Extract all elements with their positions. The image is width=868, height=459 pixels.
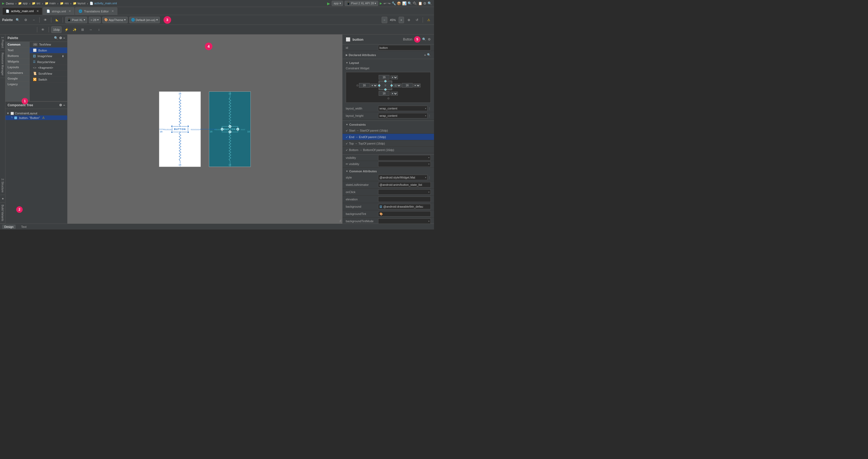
category-common[interactable]: Common — [5, 42, 29, 47]
api-btn[interactable]: ≈ 28 ▾ — [89, 17, 101, 23]
category-layouts[interactable]: Layouts — [5, 64, 29, 70]
tab-strings[interactable]: 📄 strings.xml ✕ — [43, 7, 75, 15]
api-dropdown[interactable]: 📱 Pixel 2 XL API 28 ▾ — [345, 1, 378, 6]
tab-translations[interactable]: 🌐 Translations Editor ✕ — [75, 7, 117, 15]
handle-mr-dark[interactable] — [237, 128, 239, 131]
breadcrumb-main[interactable]: 📁 main — [45, 2, 56, 5]
tab-structure[interactable]: 2: Structure — [0, 176, 5, 195]
layout-header[interactable]: ▼ Layout — [342, 60, 434, 66]
search-attr-icon[interactable]: 🔍 — [427, 53, 431, 57]
attr-settings-icon[interactable]: ⚙ — [428, 37, 431, 41]
force-layout-icon[interactable]: 📐 — [54, 17, 60, 23]
category-text[interactable]: Text — [5, 47, 29, 53]
tab-build-variants[interactable]: Build Variants — [0, 202, 5, 224]
zoom-out-btn[interactable]: − — [382, 17, 387, 23]
tab-project[interactable]: 1: Project — [0, 35, 5, 51]
tab-activity-main[interactable]: 📄 activity_main.xml ✕ — [2, 7, 42, 15]
palette-button[interactable]: ⬜ Button — [30, 47, 67, 54]
handle-left[interactable] — [378, 85, 380, 87]
category-containers[interactable]: Containers — [5, 70, 29, 76]
handle-top[interactable] — [384, 80, 386, 82]
zoom-fit-icon[interactable]: ⊕ — [406, 17, 412, 23]
layout-height-value[interactable]: wrap_content ▾ — [378, 113, 428, 119]
theme-btn[interactable]: 🎨 AppTheme ▾ — [102, 17, 128, 23]
handle-br[interactable] — [187, 131, 189, 133]
view-toggle[interactable]: 👁 — [42, 17, 49, 23]
margin-left-select[interactable]: ▾ — [370, 84, 378, 87]
constraints-header[interactable]: ▼ Constraints — [342, 122, 434, 127]
device-btn[interactable]: 📱 Pixel XL ▾ — [65, 17, 87, 23]
refresh-icon[interactable]: ↺ — [414, 17, 420, 23]
grid-icon[interactable]: ⊞ — [79, 26, 86, 33]
tree-minus-icon[interactable]: − — [63, 103, 65, 107]
tree-settings-icon[interactable]: ⚙ — [59, 103, 62, 107]
margin-right-select[interactable]: ⟨⟨ — [393, 84, 401, 87]
tab-close-activity[interactable]: ✕ — [36, 9, 39, 13]
visibility2-value[interactable]: ▾ — [378, 162, 431, 167]
handle-bc-dark[interactable] — [228, 131, 231, 133]
locale-btn[interactable]: 🌐 Default (en-us) ▾ — [129, 17, 160, 23]
common-attrs-header[interactable]: ▼ Common Attributes — [342, 169, 434, 174]
layout-height-more[interactable]: ⋮ — [428, 114, 431, 117]
palette-fragment[interactable]: <> <fragment> — [30, 65, 67, 71]
handle-right[interactable] — [391, 85, 393, 87]
margin-right-select2[interactable]: ▾ — [413, 84, 421, 87]
warning-icon[interactable]: ⚠ — [425, 17, 432, 23]
backgroundtintmode-value[interactable]: ▾ — [378, 219, 431, 224]
handle-ml-dark[interactable] — [221, 128, 223, 131]
add-attr-icon[interactable]: + — [424, 54, 426, 57]
style-more[interactable]: ⋮ — [428, 176, 431, 179]
margin-top-input[interactable] — [379, 75, 390, 79]
declared-attrs-header[interactable]: ▶ Declared Attributes + 🔍 — [342, 52, 434, 58]
attr-search-icon[interactable]: 🔍 — [422, 37, 426, 41]
elevation-value[interactable] — [378, 197, 431, 202]
breadcrumb-layout[interactable]: 📁 layout — [73, 2, 85, 5]
palette-textview[interactable]: Ab TextView — [30, 42, 67, 47]
palette-switch[interactable]: 🔀 Switch — [30, 76, 67, 83]
palette-gear-icon[interactable]: ⚙ — [59, 36, 62, 40]
palette-recyclerview[interactable]: ☰ RecyclerView — [30, 59, 67, 65]
tab-close-strings[interactable]: ✕ — [68, 9, 71, 13]
breadcrumb-app[interactable]: 📁 app — [18, 2, 28, 5]
onclick-value[interactable]: ▾ — [378, 189, 431, 195]
category-buttons[interactable]: Buttons — [5, 53, 29, 59]
tab-favorites[interactable]: ★ — [0, 195, 5, 202]
imageview-download-icon[interactable]: ⬇ — [62, 55, 64, 58]
tree-button-item[interactable]: └ button- "Button" ⚠ — [5, 116, 67, 120]
palette-minus-icon[interactable]: − — [63, 36, 65, 40]
handle-tc[interactable] — [179, 125, 181, 127]
text-tab[interactable]: Text — [19, 225, 29, 229]
margin-left-input[interactable] — [359, 83, 370, 88]
layout-width-value[interactable]: wrap_content ▾ — [378, 106, 428, 111]
palette-minimize-icon[interactable]: − — [31, 17, 37, 23]
visibility-value[interactable]: ▾ — [378, 155, 431, 160]
background-value[interactable]: 🖼 @android:drawable/btn_defau — [378, 204, 431, 209]
top-run-icon[interactable]: ▶ — [380, 2, 382, 5]
palette-imageview[interactable]: 🖼 ImageView ⬇ — [30, 54, 67, 59]
handle-tr[interactable] — [187, 125, 189, 127]
breadcrumb-file[interactable]: 📄 activity_main.xml — [90, 2, 117, 5]
magic-icon[interactable]: ✨ — [71, 26, 78, 33]
handle-bl[interactable] — [171, 131, 173, 133]
attr-id-value[interactable]: button — [378, 45, 431, 51]
breadcrumb-src[interactable]: 📁 src — [32, 2, 40, 5]
tab-close-translations[interactable]: ✕ — [112, 9, 114, 13]
margin-bottom-input[interactable] — [379, 91, 390, 96]
statelistanimator-value[interactable]: @android:anim/button_state_list — [378, 182, 431, 188]
phone-frame-light[interactable]: 16 16 16 — [159, 91, 201, 167]
layout-width-more[interactable]: ⋮ — [428, 107, 431, 110]
handle-tc-dark[interactable] — [228, 125, 231, 128]
backgroundtint-value[interactable]: 🎨 — [378, 211, 431, 217]
margin-top-select[interactable]: ▾ — [391, 75, 398, 79]
category-legacy[interactable]: Legacy — [5, 81, 29, 87]
search-palette-icon[interactable]: 🔍 — [14, 17, 21, 23]
style-value[interactable]: @android:style/Widget.Mat ▾ — [378, 175, 428, 180]
margin-right-input[interactable] — [402, 83, 413, 88]
palette-settings-icon[interactable]: ⚙ — [22, 17, 29, 23]
category-widgets[interactable]: Widgets — [5, 59, 29, 64]
constraint-end-row[interactable]: ↙ End → EndOf parent (16dp) — [342, 134, 434, 140]
run-btn[interactable]: ▶ — [327, 1, 330, 6]
design-tab[interactable]: Design — [2, 225, 16, 229]
category-google[interactable]: Google — [5, 76, 29, 81]
constraint-icon[interactable]: ⚡ — [63, 26, 70, 33]
